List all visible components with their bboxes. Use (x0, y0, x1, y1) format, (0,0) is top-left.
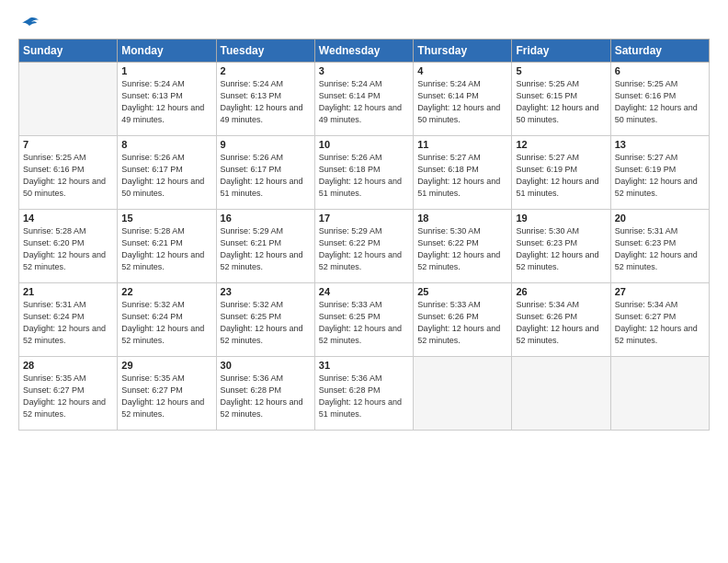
day-info: Sunrise: 5:25 AMSunset: 6:16 PMDaylight:… (23, 152, 113, 200)
week-row-5: 28 Sunrise: 5:35 AMSunset: 6:27 PMDaylig… (19, 357, 710, 431)
calendar-cell: 4 Sunrise: 5:24 AMSunset: 6:14 PMDayligh… (414, 63, 512, 136)
day-info: Sunrise: 5:26 AMSunset: 6:17 PMDaylight:… (121, 152, 211, 200)
calendar-cell: 8 Sunrise: 5:26 AMSunset: 6:17 PMDayligh… (118, 136, 216, 210)
calendar-cell: 12 Sunrise: 5:27 AMSunset: 6:19 PMDaylig… (512, 136, 610, 210)
day-info: Sunrise: 5:27 AMSunset: 6:19 PMDaylight:… (516, 152, 606, 200)
day-number: 11 (417, 139, 507, 150)
calendar-cell (414, 357, 512, 431)
day-info: Sunrise: 5:30 AMSunset: 6:22 PMDaylight:… (417, 225, 507, 273)
day-info: Sunrise: 5:36 AMSunset: 6:28 PMDaylight:… (319, 373, 409, 420)
calendar-cell: 1 Sunrise: 5:24 AMSunset: 6:13 PMDayligh… (118, 63, 216, 136)
day-info: Sunrise: 5:34 AMSunset: 6:27 PMDaylight:… (615, 299, 705, 347)
week-row-4: 21 Sunrise: 5:31 AMSunset: 6:24 PMDaylig… (19, 283, 710, 357)
calendar-cell: 16 Sunrise: 5:29 AMSunset: 6:21 PMDaylig… (216, 210, 314, 283)
calendar-cell: 22 Sunrise: 5:32 AMSunset: 6:24 PMDaylig… (118, 283, 216, 357)
calendar-cell: 14 Sunrise: 5:28 AMSunset: 6:20 PMDaylig… (19, 210, 118, 283)
week-row-1: 1 Sunrise: 5:24 AMSunset: 6:13 PMDayligh… (19, 63, 710, 136)
day-number: 23 (221, 286, 311, 297)
day-info: Sunrise: 5:24 AMSunset: 6:14 PMDaylight:… (319, 78, 409, 126)
day-number: 29 (121, 360, 211, 371)
week-row-2: 7 Sunrise: 5:25 AMSunset: 6:16 PMDayligh… (19, 136, 710, 210)
calendar-cell: 11 Sunrise: 5:27 AMSunset: 6:18 PMDaylig… (414, 136, 512, 210)
day-number: 18 (417, 213, 507, 224)
calendar-cell (610, 357, 709, 431)
day-number: 21 (23, 286, 113, 297)
day-info: Sunrise: 5:36 AMSunset: 6:28 PMDaylight:… (221, 373, 311, 420)
day-info: Sunrise: 5:27 AMSunset: 6:18 PMDaylight:… (417, 152, 507, 200)
calendar-cell: 20 Sunrise: 5:31 AMSunset: 6:23 PMDaylig… (610, 210, 709, 283)
day-info: Sunrise: 5:25 AMSunset: 6:15 PMDaylight:… (516, 78, 606, 126)
calendar-table: SundayMondayTuesdayWednesdayThursdayFrid… (18, 39, 710, 431)
day-info: Sunrise: 5:27 AMSunset: 6:19 PMDaylight:… (615, 152, 705, 200)
calendar-cell: 10 Sunrise: 5:26 AMSunset: 6:18 PMDaylig… (314, 136, 413, 210)
day-number: 8 (121, 139, 211, 150)
weekday-header-tuesday: Tuesday (216, 40, 314, 63)
calendar-cell: 17 Sunrise: 5:29 AMSunset: 6:22 PMDaylig… (314, 210, 413, 283)
week-row-3: 14 Sunrise: 5:28 AMSunset: 6:20 PMDaylig… (19, 210, 710, 283)
weekday-header-wednesday: Wednesday (314, 40, 413, 63)
day-info: Sunrise: 5:29 AMSunset: 6:22 PMDaylight:… (319, 225, 409, 273)
day-number: 30 (221, 360, 311, 371)
day-number: 1 (121, 65, 211, 76)
day-info: Sunrise: 5:30 AMSunset: 6:23 PMDaylight:… (516, 225, 606, 273)
day-number: 16 (221, 213, 311, 224)
day-number: 19 (516, 213, 606, 224)
calendar-cell: 26 Sunrise: 5:34 AMSunset: 6:26 PMDaylig… (512, 283, 610, 357)
day-info: Sunrise: 5:28 AMSunset: 6:21 PMDaylight:… (121, 225, 211, 273)
calendar-cell (19, 63, 118, 136)
calendar-cell: 27 Sunrise: 5:34 AMSunset: 6:27 PMDaylig… (610, 283, 709, 357)
weekday-header-row: SundayMondayTuesdayWednesdayThursdayFrid… (19, 40, 710, 63)
day-info: Sunrise: 5:25 AMSunset: 6:16 PMDaylight:… (615, 78, 705, 126)
day-info: Sunrise: 5:24 AMSunset: 6:13 PMDaylight:… (221, 78, 311, 126)
day-number: 31 (319, 360, 409, 371)
day-info: Sunrise: 5:33 AMSunset: 6:26 PMDaylight:… (417, 299, 507, 347)
day-number: 3 (319, 65, 409, 76)
day-info: Sunrise: 5:31 AMSunset: 6:24 PMDaylight:… (23, 299, 113, 347)
calendar-cell: 5 Sunrise: 5:25 AMSunset: 6:15 PMDayligh… (512, 63, 610, 136)
day-number: 28 (23, 360, 113, 371)
day-number: 2 (221, 65, 311, 76)
day-info: Sunrise: 5:32 AMSunset: 6:24 PMDaylight:… (121, 299, 211, 347)
day-info: Sunrise: 5:29 AMSunset: 6:21 PMDaylight:… (221, 225, 311, 273)
calendar-cell: 3 Sunrise: 5:24 AMSunset: 6:14 PMDayligh… (314, 63, 413, 136)
calendar-cell: 28 Sunrise: 5:35 AMSunset: 6:27 PMDaylig… (19, 357, 118, 431)
calendar-cell: 30 Sunrise: 5:36 AMSunset: 6:28 PMDaylig… (216, 357, 314, 431)
day-number: 15 (121, 213, 211, 224)
day-number: 26 (516, 286, 606, 297)
calendar-cell (512, 357, 610, 431)
weekday-header-monday: Monday (118, 40, 216, 63)
day-info: Sunrise: 5:26 AMSunset: 6:18 PMDaylight:… (319, 152, 409, 200)
weekday-header-friday: Friday (512, 40, 610, 63)
calendar-cell: 7 Sunrise: 5:25 AMSunset: 6:16 PMDayligh… (19, 136, 118, 210)
day-number: 14 (23, 213, 113, 224)
day-info: Sunrise: 5:24 AMSunset: 6:14 PMDaylight:… (417, 78, 507, 126)
logo (18, 17, 39, 31)
header (18, 17, 710, 31)
calendar-cell: 18 Sunrise: 5:30 AMSunset: 6:22 PMDaylig… (414, 210, 512, 283)
calendar-page: SundayMondayTuesdayWednesdayThursdayFrid… (0, 0, 728, 563)
calendar-cell: 24 Sunrise: 5:33 AMSunset: 6:25 PMDaylig… (314, 283, 413, 357)
calendar-cell: 2 Sunrise: 5:24 AMSunset: 6:13 PMDayligh… (216, 63, 314, 136)
calendar-cell: 25 Sunrise: 5:33 AMSunset: 6:26 PMDaylig… (414, 283, 512, 357)
day-number: 7 (23, 139, 113, 150)
calendar-cell: 23 Sunrise: 5:32 AMSunset: 6:25 PMDaylig… (216, 283, 314, 357)
day-number: 10 (319, 139, 409, 150)
day-number: 25 (417, 286, 507, 297)
calendar-cell: 19 Sunrise: 5:30 AMSunset: 6:23 PMDaylig… (512, 210, 610, 283)
logo-bird-icon (20, 17, 39, 31)
day-number: 22 (121, 286, 211, 297)
calendar-cell: 29 Sunrise: 5:35 AMSunset: 6:27 PMDaylig… (118, 357, 216, 431)
day-number: 17 (319, 213, 409, 224)
day-info: Sunrise: 5:34 AMSunset: 6:26 PMDaylight:… (516, 299, 606, 347)
weekday-header-thursday: Thursday (414, 40, 512, 63)
day-number: 24 (319, 286, 409, 297)
calendar-cell: 15 Sunrise: 5:28 AMSunset: 6:21 PMDaylig… (118, 210, 216, 283)
weekday-header-sunday: Sunday (19, 40, 118, 63)
day-info: Sunrise: 5:26 AMSunset: 6:17 PMDaylight:… (221, 152, 311, 200)
day-number: 20 (615, 213, 705, 224)
day-info: Sunrise: 5:35 AMSunset: 6:27 PMDaylight:… (121, 373, 211, 420)
calendar-cell: 13 Sunrise: 5:27 AMSunset: 6:19 PMDaylig… (610, 136, 709, 210)
day-number: 12 (516, 139, 606, 150)
day-number: 5 (516, 65, 606, 76)
weekday-header-saturday: Saturday (610, 40, 709, 63)
